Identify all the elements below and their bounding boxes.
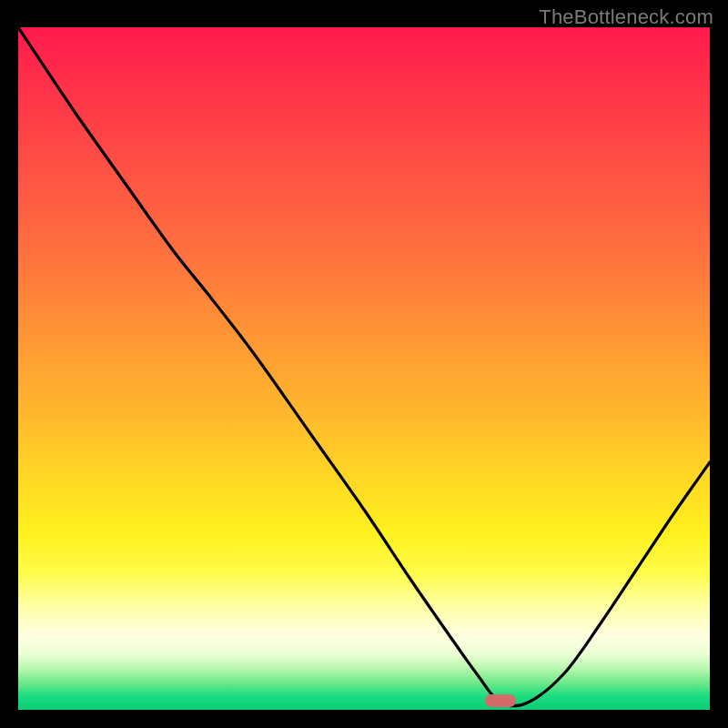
plot-area <box>18 27 710 710</box>
optimal-point-marker <box>485 694 516 707</box>
chart-frame: TheBottleneck.com <box>0 0 728 728</box>
watermark-text: TheBottleneck.com <box>539 5 713 29</box>
bottleneck-curve <box>18 27 710 706</box>
curve-svg <box>18 27 710 710</box>
